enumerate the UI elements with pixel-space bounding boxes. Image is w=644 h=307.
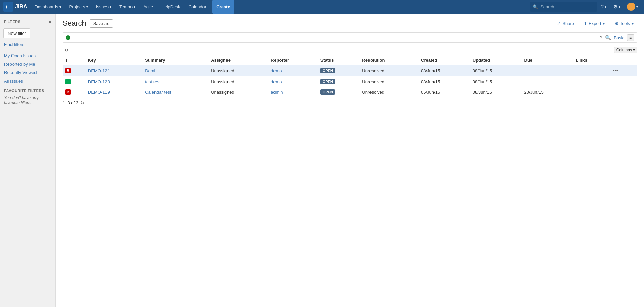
col-status[interactable]: Status xyxy=(318,56,360,65)
issue-summary-link[interactable]: test test xyxy=(145,79,161,84)
cell-due xyxy=(522,76,573,87)
cell-created: 08/Jun/15 xyxy=(418,76,470,87)
cell-resolution: Unresolved xyxy=(359,76,418,87)
filter-help-icon[interactable]: ? xyxy=(600,35,602,40)
cell-updated: 08/Jun/15 xyxy=(470,87,522,97)
share-icon: ↗ xyxy=(557,21,561,26)
chevron-down-icon: ▾ xyxy=(633,48,635,52)
issues-table: T Key Summary Assignee Reporter Status R… xyxy=(63,56,637,97)
nav-calendar[interactable]: Calendar xyxy=(185,0,210,14)
status-badge: OPEN xyxy=(320,89,335,95)
nav-tempo[interactable]: Tempo ▾ xyxy=(116,0,139,14)
issue-key-link[interactable]: DEMO-120 xyxy=(88,79,110,84)
cell-updated: 08/Jun/15 xyxy=(470,76,522,87)
chevron-down-icon: ▾ xyxy=(603,21,605,26)
cell-summary: Calendar test xyxy=(142,87,208,97)
help-button[interactable]: ? ▾ xyxy=(598,0,609,14)
sidebar-item-reported-by-me[interactable]: Reported by Me xyxy=(0,60,55,68)
search-box[interactable]: 🔍 xyxy=(530,2,597,12)
issue-summary-link[interactable]: Calendar test xyxy=(145,90,171,95)
sidebar-item-find-filters[interactable]: Find filters xyxy=(0,40,55,49)
chevron-down-icon: ▾ xyxy=(631,21,634,26)
filter-query-input[interactable] xyxy=(72,35,598,40)
col-key[interactable]: Key xyxy=(85,56,142,65)
sidebar-item-all-issues[interactable]: All Issues xyxy=(0,77,55,85)
issue-summary-link[interactable]: Demi xyxy=(145,68,155,73)
cell-status: OPEN xyxy=(318,87,360,97)
nav-helpdesk[interactable]: HelpDesk xyxy=(158,0,184,14)
main-content: Search Save as ↗ Share ⬆ Export ▾ ⚙ Tool… xyxy=(56,14,644,307)
status-badge: OPEN xyxy=(320,79,335,84)
col-resolution[interactable]: Resolution xyxy=(359,56,418,65)
share-button[interactable]: ↗ Share xyxy=(554,20,577,27)
col-links[interactable]: Links xyxy=(573,56,608,65)
issue-key-link[interactable]: DEMO-121 xyxy=(88,68,110,73)
nav-right-section: 🔍 ? ▾ ⚙ ▾ ▾ xyxy=(530,0,641,14)
reporter-link[interactable]: demo xyxy=(271,68,282,73)
nav-issues[interactable]: Issues ▾ xyxy=(93,0,115,14)
filter-bar: ? 🔍 Basic ≡ xyxy=(63,32,637,43)
search-input[interactable] xyxy=(540,4,594,9)
cell-assignee: Unassigned xyxy=(208,87,268,97)
nav-dashboards[interactable]: Dashboards ▾ xyxy=(31,0,64,14)
col-reporter[interactable]: Reporter xyxy=(268,56,318,65)
jira-logo[interactable]: ✦ JIRA xyxy=(3,2,27,12)
cell-summary: test test xyxy=(142,76,208,87)
export-button[interactable]: ⬆ Export ▾ xyxy=(580,20,609,27)
col-due[interactable]: Due xyxy=(522,56,573,65)
new-filter-button[interactable]: New filter xyxy=(3,28,30,38)
cell-status: OPEN xyxy=(318,65,360,76)
cell-status: OPEN xyxy=(318,76,360,87)
table-row: + DEMO-120 test test Unassigned demo OPE… xyxy=(63,76,637,87)
row-more-options-empty xyxy=(609,87,637,97)
cell-key: DEMO-121 xyxy=(85,65,142,76)
filter-status-indicator xyxy=(66,35,70,40)
sidebar-header: FILTERS « xyxy=(0,17,55,26)
columns-button[interactable]: Columns ▾ xyxy=(614,47,637,53)
chevron-down-icon: ▾ xyxy=(619,5,620,9)
nav-agile[interactable]: Agile xyxy=(140,0,157,14)
filter-search-icon[interactable]: 🔍 xyxy=(605,35,611,40)
bottom-refresh-icon[interactable]: ↻ xyxy=(80,100,84,105)
no-favourite-filters-text: You don't have any favourite filters. xyxy=(0,94,55,106)
columns-toggle-button[interactable]: ≡ xyxy=(627,34,634,41)
sidebar-collapse-button[interactable]: « xyxy=(49,19,51,24)
col-created[interactable]: Created xyxy=(418,56,470,65)
sidebar-item-recently-viewed[interactable]: Recently Viewed xyxy=(0,68,55,77)
chevron-down-icon: ▾ xyxy=(86,5,88,9)
jira-logo-text: JIRA xyxy=(15,4,27,10)
gear-icon: ⚙ xyxy=(615,21,619,26)
help-icon: ? xyxy=(601,4,604,9)
col-updated[interactable]: Updated xyxy=(470,56,522,65)
settings-button[interactable]: ⚙ ▾ xyxy=(611,0,623,14)
tools-button[interactable]: ⚙ Tools ▾ xyxy=(611,20,637,27)
refresh-icon[interactable]: ↻ xyxy=(65,48,68,53)
cell-key: DEMO-120 xyxy=(85,76,142,87)
basic-mode-button[interactable]: Basic xyxy=(614,35,624,40)
nav-projects[interactable]: Projects ▾ xyxy=(66,0,91,14)
cell-resolution: Unresolved xyxy=(359,65,418,76)
reporter-link[interactable]: admin xyxy=(271,90,283,95)
issues-tbody: B DEMO-121 Demi Unassigned demo OPEN Unr… xyxy=(63,65,637,97)
col-type: T xyxy=(63,56,85,65)
row-more-options[interactable]: ••• xyxy=(609,65,637,76)
export-icon: ⬆ xyxy=(583,21,587,26)
cell-type: B xyxy=(63,87,85,97)
cell-summary: Demi xyxy=(142,65,208,76)
top-navigation: ✦ JIRA Dashboards ▾ Projects ▾ Issues ▾ … xyxy=(0,0,644,14)
more-options-icon[interactable]: ••• xyxy=(611,67,620,74)
col-summary[interactable]: Summary xyxy=(142,56,208,65)
cell-key: DEMO-119 xyxy=(85,87,142,97)
sidebar-item-my-open-issues[interactable]: My Open Issues xyxy=(0,51,55,60)
cell-created: 05/Jun/15 xyxy=(418,87,470,97)
user-avatar-button[interactable]: ▾ xyxy=(624,0,641,14)
cell-reporter: demo xyxy=(268,65,318,76)
save-as-button[interactable]: Save as xyxy=(90,19,113,28)
page-header: Search Save as ↗ Share ⬆ Export ▾ ⚙ Tool… xyxy=(63,19,637,28)
reporter-link[interactable]: demo xyxy=(271,79,282,84)
create-button[interactable]: Create xyxy=(212,0,234,14)
issue-type-bug-icon: B xyxy=(65,89,71,95)
issue-key-link[interactable]: DEMO-119 xyxy=(88,90,110,95)
chevron-down-icon: ▾ xyxy=(110,5,111,9)
col-assignee[interactable]: Assignee xyxy=(208,56,268,65)
